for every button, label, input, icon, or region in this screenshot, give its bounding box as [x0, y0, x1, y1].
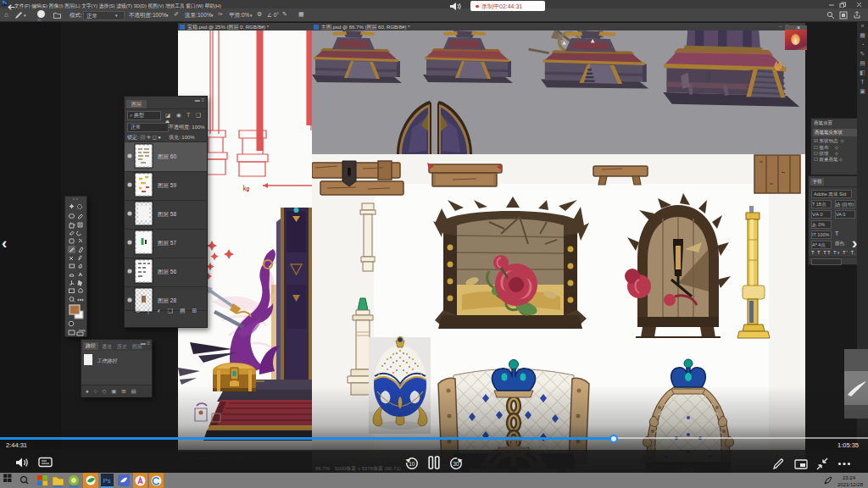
svg-text:图层 58: 图层 58: [158, 211, 176, 217]
svg-text:㎏: ㎏: [242, 184, 250, 192]
svg-text:图层 28: 图层 28: [158, 297, 176, 303]
svg-text:图层 57: 图层 57: [158, 240, 176, 246]
svg-text:图层 59: 图层 59: [158, 182, 176, 188]
svg-text:2021/12/28: 2021/12/28: [837, 482, 864, 487]
svg-text:图层 56: 图层 56: [158, 269, 176, 274]
svg-text:10: 10: [409, 461, 415, 467]
svg-text:图层 60: 图层 60: [158, 153, 176, 159]
svg-text:23:24: 23:24: [843, 475, 856, 480]
svg-text:⊙ ƒ ◐ ❑ ▤ ⊞: ⊙ ƒ ◐ ❑ ▤ ⊞: [136, 308, 199, 314]
svg-text:30: 30: [453, 461, 459, 467]
svg-text:Ps: Ps: [103, 477, 111, 485]
